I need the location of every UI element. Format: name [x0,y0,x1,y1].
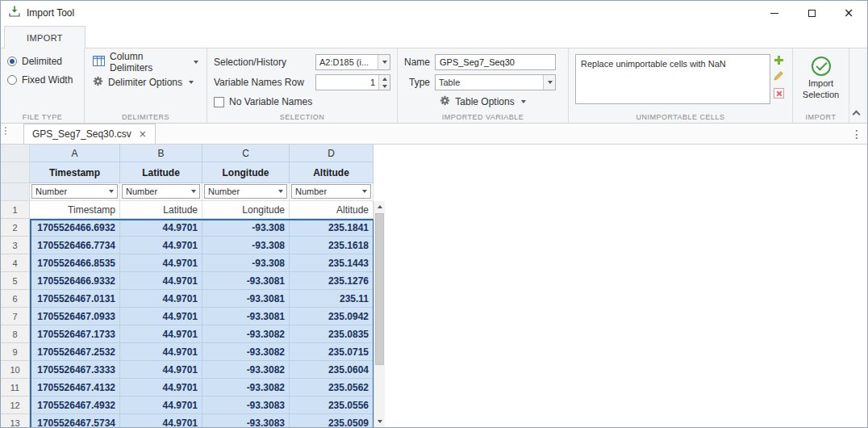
grid-cell[interactable]: 235.1443 [290,254,373,272]
grid-cell[interactable]: -93.308 [202,237,290,254]
grid-cell[interactable]: Altitude [290,201,373,219]
grid-cell[interactable]: -93.3082 [202,379,290,397]
row-number[interactable]: 11 [1,379,30,397]
column-header-c[interactable]: C [202,145,290,162]
grid-cell[interactable]: 1705526467.4932 [30,397,120,414]
spinner-up-button[interactable] [379,75,390,82]
scrollbar-thumb[interactable] [375,213,384,365]
grid-cell[interactable]: 235.0509 [290,414,373,427]
tab-close-icon[interactable]: × [139,129,147,139]
variable-name-cell[interactable]: Longitude [202,162,290,183]
grid-cell[interactable]: -93.3081 [202,290,290,308]
grid-cell[interactable]: 1705526466.9332 [30,272,120,290]
add-rule-icon[interactable] [774,55,784,65]
delimiter-options-dropdown[interactable]: Delimiter Options [91,74,200,90]
grid-cell[interactable]: 44.9701 [120,308,202,325]
edit-rule-icon[interactable] [774,69,784,84]
collapse-ribbon-button[interactable] [850,108,862,118]
delete-rule-icon[interactable] [774,88,784,99]
grid-cell[interactable]: Timestamp [30,201,120,219]
grid-cell[interactable]: 235.0562 [290,379,373,397]
grid-cell[interactable]: 44.9701 [120,237,202,254]
grid-corner[interactable] [1,145,30,162]
grid-cell[interactable]: 44.9701 [120,379,202,397]
grid-cell[interactable]: -93.3083 [202,414,290,427]
grid-cell[interactable]: 235.0942 [290,308,373,325]
fixed-width-radio[interactable] [7,75,17,85]
grid-cell[interactable]: -93.3082 [202,343,290,361]
grid-cell[interactable]: Longitude [202,201,290,219]
grid-cell[interactable]: 235.0604 [290,361,373,379]
row-number[interactable]: 8 [1,325,30,343]
row-number[interactable]: 12 [1,397,30,414]
grid-cell[interactable]: 235.1276 [290,272,373,290]
column-delimiters-dropdown[interactable]: Column Delimiters [91,54,200,70]
grid-cell[interactable]: 1705526467.0933 [30,308,120,325]
grid-cell[interactable]: 235.0715 [290,343,373,361]
row-number[interactable]: 6 [1,290,30,308]
table-options-dropdown[interactable]: Table Options [404,94,561,110]
column-header-d[interactable]: D [290,145,373,162]
grid-cell[interactable]: 44.9701 [120,414,202,427]
grid-cell[interactable]: 1705526467.2532 [30,343,120,361]
type-caret-button[interactable] [543,75,555,90]
minimize-button[interactable] [756,1,793,25]
grid-cell[interactable]: 1705526467.0131 [30,290,120,308]
row-number[interactable]: 3 [1,237,30,254]
row-number[interactable]: 2 [1,219,30,237]
grid-cell[interactable]: 1705526467.3333 [30,361,120,379]
variable-name-cell[interactable]: Timestamp [30,162,120,183]
grid-cell[interactable]: 44.9701 [120,325,202,343]
column-header-b[interactable]: B [120,145,202,162]
row-number[interactable]: 5 [1,272,30,290]
document-tab-gps-csv[interactable]: GPS_Seg7_Seq30.csv × [23,124,156,144]
column-type-dropdown[interactable]: Number [122,184,200,199]
tab-bar-menu-icon[interactable]: ⋮ [846,124,867,144]
row-number[interactable]: 1 [1,201,30,219]
vertical-scrollbar[interactable] [373,201,385,427]
type-dropdown[interactable]: Table [435,74,556,90]
grid-cell[interactable]: 235.11 [290,290,373,308]
selection-history-caret-button[interactable] [378,55,390,69]
column-type-dropdown[interactable]: Number [204,184,287,199]
grid-cell[interactable]: -93.308 [202,254,290,272]
grid-cell[interactable]: 44.9701 [120,254,202,272]
grid-cell[interactable]: 1705526467.4132 [30,379,120,397]
close-button[interactable]: × [830,1,867,25]
grid-cell[interactable]: 44.9701 [120,290,202,308]
variable-name-cell[interactable]: Latitude [120,162,202,183]
scroll-up-button[interactable] [374,201,385,212]
grid-cell[interactable]: 235.0835 [290,325,373,343]
delimited-radio[interactable] [7,57,17,66]
row-number[interactable]: 4 [1,254,30,272]
selection-history-dropdown[interactable]: A2:D185 (i... [315,54,390,70]
tab-import[interactable]: IMPORT [4,26,86,48]
grid-cell[interactable]: 44.9701 [120,397,202,414]
no-variable-names-checkbox[interactable] [214,97,224,107]
grid-cell[interactable]: 235.1618 [290,237,373,254]
no-variable-names-row[interactable]: No Variable Names [214,94,390,109]
grid-cell[interactable]: 44.9701 [120,272,202,290]
grid-cell[interactable]: 44.9701 [120,219,202,237]
row-number[interactable]: 9 [1,343,30,361]
unimportable-rules-box[interactable]: Replace unimportable cells with NaN [575,54,770,104]
tab-bar-grip[interactable] [1,124,10,144]
grid-cell[interactable]: 1705526466.7734 [30,237,120,254]
grid-cell[interactable]: -93.3082 [202,361,290,379]
maximize-button[interactable] [793,1,830,25]
grid-cell[interactable]: -93.3081 [202,272,290,290]
grid-cell[interactable]: 1705526467.1733 [30,325,120,343]
grid-cell[interactable]: 235.1841 [290,219,373,237]
grid-cell[interactable]: Latitude [120,201,202,219]
spinner-down-button[interactable] [379,82,390,90]
column-header-a[interactable]: A [30,145,120,162]
delimited-radio-row[interactable]: Delimited [7,54,77,69]
grid-cell[interactable]: 235.0556 [290,397,373,414]
variable-name-input[interactable] [435,54,556,70]
grid-cell[interactable]: 1705526467.5734 [30,414,120,427]
grid-cell[interactable]: 1705526466.8535 [30,254,120,272]
grid-cell[interactable]: -93.3081 [202,308,290,325]
grid-cell[interactable]: 44.9701 [120,361,202,379]
column-type-dropdown[interactable]: Number [291,184,371,199]
row-number[interactable]: 13 [1,414,30,427]
